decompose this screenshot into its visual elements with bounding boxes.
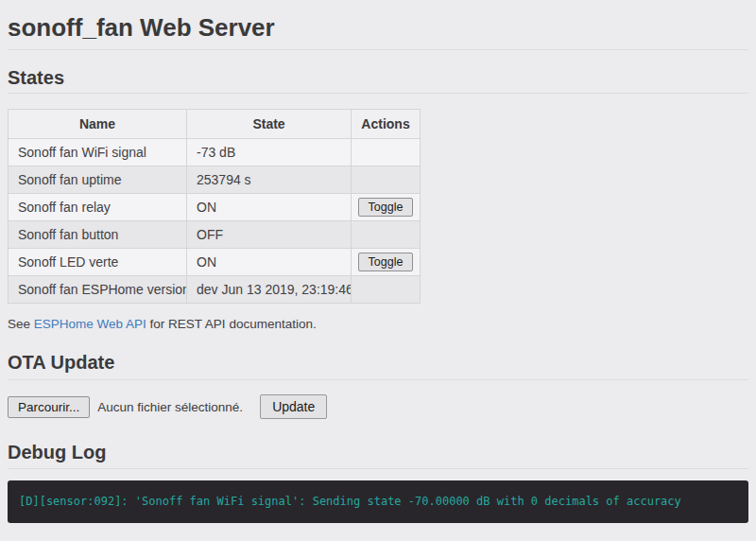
- row-state-cell: -73 dB: [187, 139, 352, 166]
- states-table-header-row: Name State Actions: [9, 110, 421, 139]
- row-state-cell: 253794 s: [187, 166, 352, 194]
- row-state-cell: dev Jun 13 2019, 23:19:46: [187, 276, 352, 304]
- page-title: sonoff_fan Web Server: [8, 11, 748, 50]
- row-actions-cell: [352, 221, 421, 249]
- row-actions-cell: [352, 166, 421, 194]
- row-name-cell: Sonoff fan relay: [9, 194, 187, 221]
- table-row: Sonoff fan button OFF: [9, 221, 421, 249]
- api-note-prefix: See: [8, 317, 34, 331]
- row-state-cell: ON: [187, 194, 352, 221]
- row-state-cell: ON: [187, 249, 352, 276]
- debug-log-heading: Debug Log: [8, 440, 748, 469]
- column-header-actions: Actions: [352, 110, 421, 139]
- ota-heading: OTA Update: [8, 349, 748, 380]
- states-heading: States: [8, 67, 748, 94]
- table-row: Sonoff LED verte ON Toggle: [9, 249, 421, 276]
- row-state-cell: OFF: [187, 221, 352, 249]
- row-name-cell: Sonoff fan ESPHome version: [9, 276, 187, 304]
- row-actions-cell: [352, 139, 421, 166]
- row-name-cell: Sonoff fan uptime: [9, 166, 187, 194]
- ota-form: Parcourir... Aucun fichier sélectionné. …: [8, 394, 748, 419]
- file-selected-text: Aucun fichier sélectionné.: [97, 400, 243, 414]
- api-note: See ESPHome Web API for REST API documen…: [8, 317, 748, 331]
- column-header-name: Name: [9, 110, 187, 139]
- page-root: sonoff_fan Web Server States Name State …: [0, 0, 756, 541]
- row-name-cell: Sonoff fan button: [9, 221, 187, 249]
- row-name-cell: Sonoff fan WiFi signal: [9, 139, 187, 166]
- toggle-button[interactable]: Toggle: [358, 253, 414, 271]
- api-note-suffix: for REST API documentation.: [146, 317, 317, 331]
- update-button[interactable]: Update: [260, 394, 327, 419]
- table-row: Sonoff fan relay ON Toggle: [9, 194, 421, 221]
- toggle-button[interactable]: Toggle: [358, 198, 414, 217]
- column-header-state: State: [187, 110, 352, 139]
- table-row: Sonoff fan ESPHome version dev Jun 13 20…: [9, 276, 421, 304]
- esphome-web-api-link[interactable]: ESPHome Web API: [34, 317, 146, 331]
- row-actions-cell: Toggle: [352, 249, 421, 276]
- table-row: Sonoff fan uptime 253794 s: [9, 166, 421, 194]
- states-table: Name State Actions Sonoff fan WiFi signa…: [8, 109, 421, 304]
- table-row: Sonoff fan WiFi signal -73 dB: [9, 139, 421, 166]
- states-table-body: Sonoff fan WiFi signal -73 dB Sonoff fan…: [9, 139, 421, 304]
- debug-log-output: [D][sensor:092]: 'Sonoff fan WiFi signal…: [8, 480, 748, 523]
- row-name-cell: Sonoff LED verte: [9, 249, 187, 276]
- row-actions-cell: [352, 276, 421, 304]
- row-actions-cell: Toggle: [352, 194, 421, 221]
- file-browse-button[interactable]: Parcourir...: [8, 396, 90, 418]
